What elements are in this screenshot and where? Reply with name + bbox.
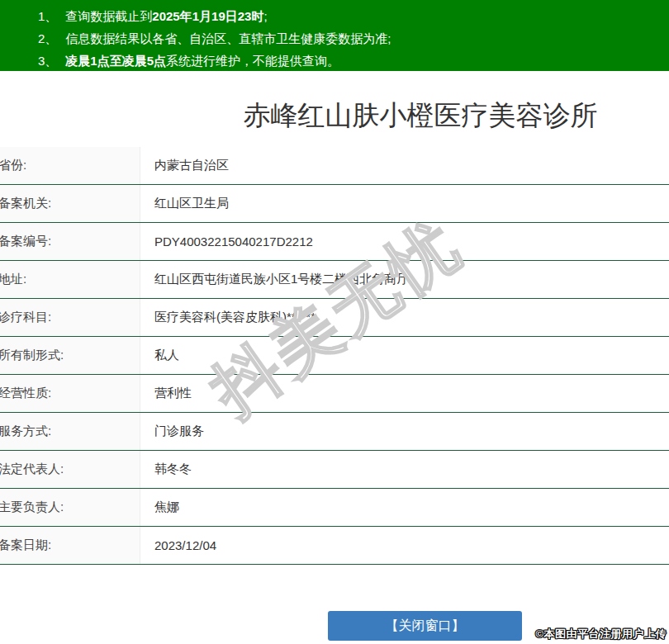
- platform-upload-stamp: ©本图由平台注册用户上传: [535, 627, 667, 642]
- row-label-text: 备案机关:: [0, 196, 51, 211]
- table-row: 省份:内蒙古自治区: [0, 147, 669, 185]
- row-label: 所有制形式:: [0, 337, 140, 374]
- row-label-text: 经营性质:: [0, 386, 51, 401]
- notice-text: 查询数据截止到: [65, 9, 152, 23]
- row-label-text: 地址:: [0, 272, 26, 287]
- row-value: 红山区西屯街道民族小区1号楼二楼西北角商厅: [140, 261, 669, 298]
- page-title: 赤峰红山肤小橙医疗美容诊所: [0, 97, 669, 135]
- record-table: 省份:内蒙古自治区备案机关:红山区卫生局备案编号:PDY400322150402…: [0, 147, 669, 565]
- table-row: 地址:红山区西屯街道民族小区1号楼二楼西北角商厅: [0, 261, 669, 299]
- row-label-text: 服务方式:: [0, 424, 51, 439]
- notice-text: 2025年1月19日23时: [152, 9, 263, 23]
- row-value: 私人: [140, 337, 669, 374]
- table-row: 主要负责人:焦娜: [0, 489, 669, 527]
- row-label: 诊疗科目:: [0, 299, 140, 336]
- notice-text: ;: [263, 9, 267, 23]
- table-row: 备案机关:红山区卫生局: [0, 185, 669, 223]
- notice-text: 信息数据结果以各省、自治区、直辖市卫生健康委数据为准;: [65, 31, 391, 45]
- notice-text: 3、: [38, 54, 57, 68]
- table-row: 备案编号:PDY40032215040217D2212: [0, 223, 669, 261]
- row-label: 经营性质:: [0, 375, 140, 412]
- row-label: 主要负责人:: [0, 489, 140, 526]
- notice-line-2: 2、信息数据结果以各省、自治区、直辖市卫生健康委数据为准;: [0, 27, 669, 50]
- row-label-text: 备案编号:: [0, 234, 51, 249]
- row-value: 营利性: [140, 375, 669, 412]
- row-label-text: 法定代表人:: [0, 462, 64, 477]
- table-row: 诊疗科目:医疗美容科(美容皮肤科)******: [0, 299, 669, 337]
- row-label-text: 所有制形式:: [0, 348, 64, 363]
- table-row: 服务方式:门诊服务: [0, 413, 669, 451]
- row-label-text: 主要负责人:: [0, 500, 64, 515]
- notice-text: 2、: [38, 31, 57, 45]
- row-label-text: 诊疗科目:: [0, 310, 51, 325]
- row-label: 服务方式:: [0, 413, 140, 450]
- notice-list: 1、查询数据截止到2025年1月19日23时;2、信息数据结果以各省、自治区、直…: [0, 5, 669, 72]
- notice-banner: 1、查询数据截止到2025年1月19日23时;2、信息数据结果以各省、自治区、直…: [0, 0, 669, 71]
- row-label: 法定代表人:: [0, 451, 140, 488]
- row-value: 医疗美容科(美容皮肤科)******: [140, 299, 669, 336]
- table-row: 备案日期:2023/12/04: [0, 527, 669, 565]
- row-label-text: 省份:: [0, 158, 26, 173]
- row-value: 焦娜: [140, 489, 669, 526]
- notice-line-3: 3、凌晨1点至凌晨5点系统进行维护，不能提供查询。: [0, 50, 669, 72]
- title-wrap: 赤峰红山肤小橙医疗美容诊所: [0, 97, 669, 135]
- row-value: PDY40032215040217D2212: [140, 223, 669, 260]
- row-label: 备案日期:: [0, 527, 140, 564]
- notice-line-1: 1、查询数据截止到2025年1月19日23时;: [0, 5, 669, 27]
- row-label: 备案编号:: [0, 223, 140, 260]
- close-window-button[interactable]: 【关闭窗口】: [328, 611, 522, 641]
- row-label-text: 备案日期:: [0, 537, 51, 553]
- row-value: 红山区卫生局: [140, 185, 669, 222]
- notice-text: 1、: [38, 9, 57, 23]
- row-value: 2023/12/04: [140, 527, 669, 564]
- row-value: 韩冬冬: [140, 451, 669, 488]
- row-label: 地址:: [0, 261, 140, 298]
- table-row: 经营性质:营利性: [0, 375, 669, 413]
- row-label: 备案机关:: [0, 185, 140, 222]
- notice-text: 凌晨1点至凌晨5点: [65, 54, 166, 68]
- table-row: 所有制形式:私人: [0, 337, 669, 375]
- row-value: 门诊服务: [140, 413, 669, 450]
- row-label: 省份:: [0, 147, 140, 184]
- table-row: 法定代表人:韩冬冬: [0, 451, 669, 489]
- row-value: 内蒙古自治区: [140, 147, 669, 184]
- notice-text: 系统进行维护，不能提供查询。: [166, 54, 339, 68]
